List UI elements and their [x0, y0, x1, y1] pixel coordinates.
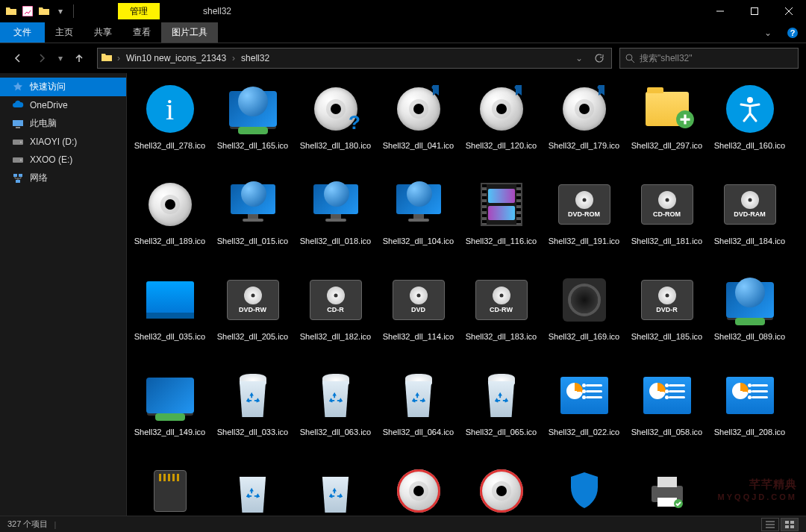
optical-drive-icon: CD-ROM	[641, 184, 693, 225]
svg-rect-27	[790, 525, 794, 528]
file-item[interactable]: CD-RShell32_dll_182.ico	[294, 269, 377, 364]
forward-button[interactable]	[31, 48, 52, 69]
file-thumbnail: DVD-ROM	[554, 175, 614, 234]
search-icon	[625, 53, 635, 63]
address-dropdown-icon[interactable]: ⌄	[569, 53, 589, 63]
file-item[interactable]: Shell32_dll_120.ico	[460, 78, 543, 173]
recent-locations-button[interactable]: ▾	[55, 48, 66, 69]
file-item[interactable]: Shell32_dll_189.ico	[128, 173, 211, 269]
svg-point-17	[597, 86, 601, 90]
file-item[interactable]: DVD-RShell32_dll_185.ico	[625, 269, 708, 364]
file-thumbnail	[472, 461, 531, 516]
svg-rect-1	[752, 8, 758, 15]
file-item[interactable]: ?Shell32_dll_180.ico	[294, 78, 377, 173]
file-list[interactable]: iShell32_dll_278.icoShell32_dll_165.ico?…	[127, 73, 806, 516]
sidebar-item[interactable]: 此电脑	[0, 114, 126, 133]
share-tab[interactable]: 共享	[84, 22, 122, 43]
view-tab[interactable]: 查看	[122, 22, 161, 43]
file-item[interactable]	[377, 460, 460, 516]
speaker-icon	[563, 278, 606, 322]
maximize-button[interactable]	[737, 0, 772, 22]
file-item[interactable]: Shell32_dll_149.ico	[128, 364, 211, 460]
file-item[interactable]	[460, 460, 543, 516]
recycle-bin-empty-icon	[235, 469, 271, 513]
file-item[interactable]: DVDShell32_dll_114.ico	[377, 269, 460, 364]
file-item[interactable]: Shell32_dll_179.ico	[543, 78, 625, 173]
file-item[interactable]: DVD-RAMShell32_dll_184.ico	[708, 173, 791, 269]
breadcrumb-segment[interactable]: Win10 new_icons_21343	[122, 48, 231, 68]
up-button[interactable]	[69, 48, 90, 69]
file-item[interactable]: CD-RWShell32_dll_183.ico	[460, 269, 543, 364]
file-item[interactable]	[625, 460, 708, 516]
ribbon: 文件 主页 共享 查看 图片工具 ⌄ ?	[0, 22, 806, 43]
file-item[interactable]: Shell32_dll_018.ico	[294, 173, 377, 269]
details-view-button[interactable]	[761, 518, 779, 531]
breadcrumb-segment[interactable]: shell32	[237, 48, 274, 68]
file-item[interactable]	[211, 460, 294, 516]
file-item[interactable]: CD-ROMShell32_dll_181.ico	[625, 173, 708, 269]
optical-drive-icon: DVD	[393, 280, 445, 320]
disc-icon	[149, 183, 192, 226]
sidebar-item[interactable]: OneDrive	[0, 96, 126, 114]
file-item[interactable]: Shell32_dll_089.ico	[708, 269, 791, 364]
refresh-button[interactable]	[589, 53, 608, 63]
search-box[interactable]: 搜索"shell32"	[619, 48, 799, 69]
file-item[interactable]: DVD-RWShell32_dll_205.ico	[211, 269, 294, 364]
minimize-button[interactable]	[703, 0, 737, 22]
file-item[interactable]: Shell32_dll_041.ico	[377, 78, 460, 173]
properties-icon[interactable]	[21, 4, 34, 18]
file-item[interactable]: Shell32_dll_035.ico	[128, 269, 211, 364]
file-item[interactable]: Shell32_dll_160.ico	[708, 78, 791, 173]
file-item[interactable]: Shell32_dll_022.ico	[543, 364, 625, 460]
video-icon	[481, 183, 522, 226]
file-item[interactable]: Shell32_dll_064.ico	[377, 364, 460, 460]
picture-tools-tab[interactable]: 图片工具	[161, 22, 218, 43]
sidebar-item[interactable]: 网络	[0, 169, 126, 187]
svg-rect-21	[657, 477, 677, 487]
file-item[interactable]: Shell32_dll_297.ico	[625, 78, 708, 173]
ribbon-expand-icon[interactable]: ⌄	[757, 22, 779, 43]
help-button[interactable]: ?	[779, 22, 806, 43]
sidebar-item[interactable]: XIAOYI (D:)	[0, 133, 126, 151]
thumbnails-view-button[interactable]	[781, 518, 799, 531]
sidebar-item[interactable]: 快速访问	[0, 78, 126, 96]
file-item[interactable]: Shell32_dll_165.ico	[211, 78, 294, 173]
file-thumbnail	[223, 366, 283, 425]
qat-dropdown-icon[interactable]: ▾	[54, 4, 67, 18]
file-item[interactable]: Shell32_dll_033.ico	[211, 364, 294, 460]
status-bar: 327 个项目 |	[0, 516, 806, 532]
file-name-label: Shell32_dll_058.ico	[628, 427, 705, 437]
control-panel-icon	[560, 377, 608, 414]
file-tab[interactable]: 文件	[0, 22, 45, 43]
file-item[interactable]: Shell32_dll_208.ico	[708, 364, 791, 460]
file-name-label: Shell32_dll_022.ico	[546, 427, 622, 437]
address-bar[interactable]: › Win10 new_icons_21343 › shell32 ⌄	[97, 48, 612, 69]
title-bar: ▾ 管理 shell32	[0, 0, 806, 22]
file-item[interactable]: Shell32_dll_116.ico	[460, 173, 543, 269]
back-button[interactable]	[7, 48, 28, 69]
close-button[interactable]	[772, 0, 806, 22]
home-tab[interactable]: 主页	[45, 22, 84, 43]
breadcrumb-separator[interactable]: ›	[116, 53, 122, 63]
file-name-label: Shell32_dll_183.ico	[463, 331, 540, 342]
svg-rect-26	[785, 525, 789, 528]
file-item[interactable]: Shell32_dll_169.ico	[543, 269, 625, 364]
file-item[interactable]: Shell32_dll_063.ico	[294, 364, 377, 460]
file-item[interactable]: Shell32_dll_015.ico	[211, 173, 294, 269]
file-item[interactable]: DVD-ROMShell32_dll_191.ico	[543, 173, 625, 269]
file-item[interactable]	[294, 460, 377, 516]
file-item[interactable]: Shell32_dll_104.ico	[377, 173, 460, 269]
file-thumbnail: i	[140, 79, 200, 139]
file-item[interactable]	[543, 460, 625, 516]
file-thumbnail: ?	[306, 79, 366, 139]
file-name-label: Shell32_dll_165.ico	[214, 140, 291, 151]
file-item[interactable]: Shell32_dll_058.ico	[625, 364, 708, 460]
file-thumbnail	[306, 366, 366, 425]
file-item[interactable]: iShell32_dll_278.ico	[128, 78, 211, 173]
sidebar-item[interactable]: XXOO (E:)	[0, 151, 126, 169]
breadcrumb-separator[interactable]: ›	[231, 53, 237, 63]
file-item[interactable]	[128, 460, 211, 516]
file-thumbnail	[554, 366, 614, 425]
file-item[interactable]	[708, 460, 791, 516]
file-item[interactable]: Shell32_dll_065.ico	[460, 364, 543, 460]
